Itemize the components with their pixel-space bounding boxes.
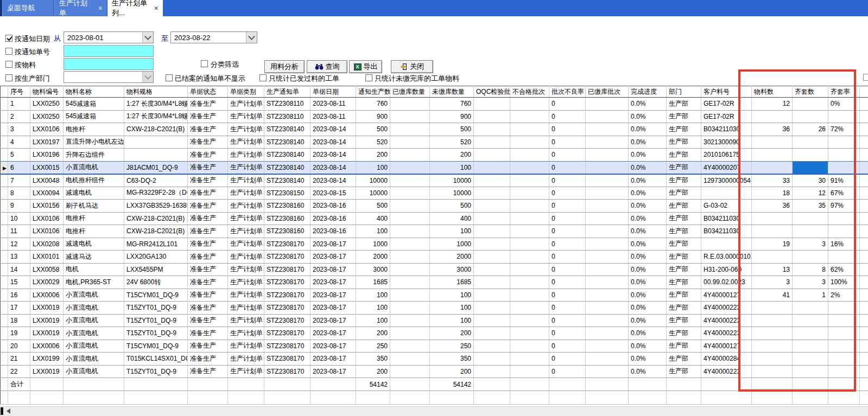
cell-idx[interactable]: 17 xyxy=(8,302,30,315)
cell-batch_defect_rate[interactable]: 0 xyxy=(549,314,586,327)
cell-paid_in_qty[interactable] xyxy=(390,353,430,366)
cell-paid_in_qty[interactable] xyxy=(390,110,430,123)
cell-notice_qty[interactable]: 500 xyxy=(356,200,390,213)
cell-oqc_batches[interactable] xyxy=(474,251,510,264)
cell-material_name[interactable]: 电推杆 xyxy=(64,212,124,225)
cell-doc_status[interactable]: 准备生产 xyxy=(188,365,228,378)
row-selector-gutter[interactable] xyxy=(1,123,8,136)
cell-material_name[interactable]: 小直流电机 xyxy=(64,314,124,327)
cell-prod_notice[interactable]: STZ2308170 xyxy=(264,365,311,378)
cell-idx[interactable]: 7 xyxy=(8,174,30,187)
cell-paid_in_qty[interactable] xyxy=(390,340,430,353)
row-selector-gutter[interactable] xyxy=(1,110,8,123)
cell-prod_notice[interactable]: STZ2308170 xyxy=(264,340,311,353)
cell-spec[interactable]: 1:27 长度30/M4*L8螺 xyxy=(124,110,188,123)
table-row[interactable]: 20LXX0006小直流电机T15CYM01_DQ-9准备生产生产计划单STZ2… xyxy=(1,340,868,353)
cell-unqualified_batches[interactable] xyxy=(510,149,549,162)
table-row[interactable]: 11LXX0106电推杆CXW-218-C2021(B)准备生产生产计划单STZ… xyxy=(1,225,868,238)
column-header-idx[interactable]: 序号 xyxy=(8,86,30,98)
cell-extra[interactable] xyxy=(860,365,868,378)
column-header-batch_defect_rate[interactable]: 批次不良率 xyxy=(549,86,586,98)
cell-progress[interactable]: 0.0% xyxy=(629,251,667,264)
cell-material_code[interactable]: LXX0199 xyxy=(30,353,64,366)
cell-material_count[interactable] xyxy=(752,365,793,378)
cell-complete_set_rate[interactable] xyxy=(828,353,860,366)
cell-material_code[interactable]: LXX0208 xyxy=(30,238,64,251)
cell-material_name[interactable]: 升降右边组件 xyxy=(64,149,124,162)
column-header-oqc_batches[interactable]: OQC检验批次 xyxy=(474,86,510,98)
cell-notice_qty[interactable]: 200 xyxy=(356,327,390,340)
cell-complete_set_count[interactable] xyxy=(793,365,828,378)
table-row[interactable]: 15LXX0029电机,PR365-ST24V 6800转准备生产生产计划单ST… xyxy=(1,276,868,289)
row-selector-gutter[interactable] xyxy=(1,187,8,200)
cell-complete_set_count[interactable] xyxy=(793,149,828,162)
cell-extra[interactable] xyxy=(860,302,868,315)
cell-oqc_batches[interactable] xyxy=(474,365,510,378)
cell-material_count[interactable] xyxy=(752,136,793,149)
cell-doc_date[interactable]: 2023-08-17 xyxy=(311,302,356,315)
table-row[interactable]: 9LXX0156刷子机马达LXX37GB3529-16385准备生产生产计划单S… xyxy=(1,200,868,213)
cell-prod_notice[interactable]: STZ2308170 xyxy=(264,276,311,289)
cell-prod_notice[interactable]: STZ2308110 xyxy=(264,98,311,111)
cell-spec[interactable]: J81ACM01_DQ-9 xyxy=(124,161,188,174)
cell-complete_set_count[interactable] xyxy=(793,314,828,327)
cell-complete_set_count[interactable]: 3 xyxy=(793,238,828,251)
cell-batch_defect_rate[interactable]: 0 xyxy=(549,340,586,353)
column-header-unpaid_qty[interactable]: 未缴库数量 xyxy=(430,86,474,98)
cell-paid_in_qty[interactable] xyxy=(390,149,430,162)
cell-paid_in_qty[interactable] xyxy=(390,276,430,289)
cell-progress[interactable]: 0.0% xyxy=(629,340,667,353)
cell-dept[interactable]: 生产部 xyxy=(667,302,701,315)
cell-paid_in_batches[interactable] xyxy=(586,340,629,353)
cell-paid_in_batches[interactable] xyxy=(586,276,629,289)
cell-prod_notice[interactable]: STZ2308140 xyxy=(264,149,311,162)
cell-doc_status[interactable]: 准备生产 xyxy=(188,276,228,289)
cell-progress[interactable]: 0.0% xyxy=(629,263,667,276)
cell-doc_date[interactable]: 2023-08-11 xyxy=(311,110,356,123)
cell-extra[interactable] xyxy=(860,327,868,340)
cell-notice_qty[interactable]: 520 xyxy=(356,136,390,149)
cell-doc_status[interactable]: 准备生产 xyxy=(188,263,228,276)
cell-unqualified_batches[interactable] xyxy=(510,276,549,289)
cell-progress[interactable]: 0.0% xyxy=(629,302,667,315)
cell-doc_status[interactable]: 准备生产 xyxy=(188,200,228,213)
cell-notice_qty[interactable]: 500 xyxy=(356,123,390,136)
row-selector-gutter[interactable] xyxy=(1,212,8,225)
column-header-dept[interactable]: 部门 xyxy=(667,86,701,98)
cell-doc_date[interactable]: 2023-08-17 xyxy=(311,340,356,353)
cell-complete_set_count[interactable] xyxy=(793,98,828,111)
row-selector-gutter[interactable] xyxy=(1,340,8,353)
table-row[interactable]: 8LXX0094减速电机MG-R3229F2-28（DC准备生产生产计划单STZ… xyxy=(1,187,868,200)
cell-material_count[interactable] xyxy=(752,251,793,264)
cell-doc_date[interactable]: 2023-08-14 xyxy=(311,123,356,136)
cell-notice_qty[interactable]: 100 xyxy=(356,161,390,174)
cell-paid_in_qty[interactable] xyxy=(390,289,430,302)
scroll-left-arrow-icon[interactable] xyxy=(7,408,10,414)
row-selector-gutter[interactable] xyxy=(1,391,8,405)
cell-unqualified_batches[interactable] xyxy=(510,314,549,327)
cell-oqc_batches[interactable] xyxy=(474,161,510,174)
cell-material_count[interactable] xyxy=(752,149,793,162)
cell-prod_notice[interactable]: STZ2308170 xyxy=(264,314,311,327)
cell-notice_qty[interactable]: 1685 xyxy=(356,276,390,289)
cell-complete_set_count[interactable] xyxy=(793,110,828,123)
dept-combo[interactable] xyxy=(64,71,154,83)
close-icon[interactable]: × xyxy=(92,4,103,12)
column-header-progress[interactable]: 完成进度 xyxy=(629,86,667,98)
cell-doc_date[interactable]: 2023-08-17 xyxy=(311,314,356,327)
cell-spec[interactable]: T15ZYT01_DQ-9 xyxy=(124,302,188,315)
cell-doc_status[interactable]: 准备生产 xyxy=(188,136,228,149)
cell-idx[interactable]: 16 xyxy=(8,289,30,302)
cell-progress[interactable]: 0.0% xyxy=(629,161,667,174)
cell-doc_date[interactable]: 2023-08-14 xyxy=(311,174,356,187)
cell-material_count[interactable] xyxy=(752,340,793,353)
cell-complete_set_rate[interactable]: 2% xyxy=(828,289,860,302)
cell-unqualified_batches[interactable] xyxy=(510,263,549,276)
cell-doc_type[interactable]: 生产计划单 xyxy=(228,187,264,200)
cell-paid_in_batches[interactable] xyxy=(586,238,629,251)
cell-customer_part_no[interactable]: 4Y40000223 xyxy=(701,302,752,315)
cell-batch_defect_rate[interactable]: 0 xyxy=(549,327,586,340)
cell-unpaid_qty[interactable]: 100 xyxy=(430,289,474,302)
cell-doc_date[interactable]: 2023-08-14 xyxy=(311,161,356,174)
by-material-checkbox[interactable] xyxy=(5,61,12,68)
